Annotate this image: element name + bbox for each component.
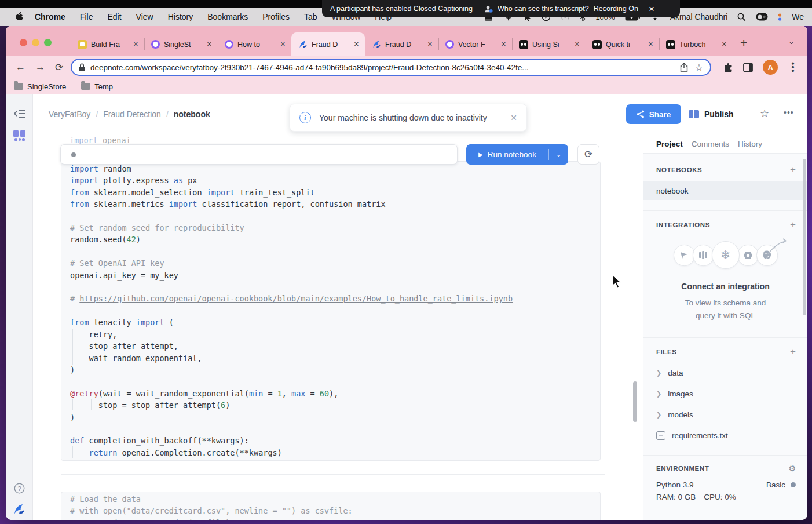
browser-menu-icon[interactable]: ••• [788,62,798,73]
environment-settings-icon[interactable]: ⚙ [788,464,796,473]
bookmark-item[interactable]: SingleStore [14,82,66,91]
add-integration-button[interactable]: + [790,219,796,231]
folder-row[interactable]: ❯data [643,362,807,383]
code-line: wait_random_exponential, [70,352,600,364]
spotlight-icon[interactable] [737,13,746,21]
file-row[interactable]: requirements.txt [643,425,807,446]
panel-tab-project[interactable]: Project [656,140,683,148]
environment-stats: RAM: 0 GB CPU: 0% [643,493,807,508]
browser-tab[interactable]: Fraud D✕ [365,32,438,56]
share-page-icon[interactable] [680,63,688,72]
add-file-button[interactable]: + [790,346,796,358]
new-tab-button[interactable]: + [740,36,747,50]
browser-tab[interactable]: Turboch✕ [659,32,733,56]
side-panel-icon[interactable] [743,63,753,72]
menu-item-chrome[interactable]: Chrome [35,12,65,21]
tab-close-icon[interactable]: ✕ [353,41,360,48]
menu-item-edit[interactable]: Edit [107,12,121,21]
minimize-window-button[interactable] [32,39,39,46]
tab-close-icon[interactable]: ✕ [132,41,140,48]
code-cell[interactable]: # Load the data# with open("data/creditc… [61,492,601,520]
notebook-list-item[interactable]: notebook [643,181,807,200]
project-panel: ProjectCommentsHistory NOTEBOOKS + noteb… [643,134,807,520]
publish-button[interactable]: Publish [689,104,734,124]
deepnote-blocks-icon[interactable] [6,129,33,142]
tab-close-icon[interactable]: ✕ [500,41,507,48]
captions-close-icon[interactable]: ✕ [649,5,654,13]
menu-item-view[interactable]: View [136,12,153,21]
code-line: retry, [70,329,600,340]
browser-tab[interactable]: How to✕ [218,32,291,56]
bookmark-star-icon[interactable]: ☆ [695,62,703,73]
menu-item-tab[interactable]: Tab [304,12,317,21]
user-dots-icon[interactable] [778,13,782,21]
favorite-star-icon[interactable]: ☆ [760,107,769,120]
tab-close-icon[interactable]: ✕ [573,41,581,48]
toast-close-icon[interactable]: ✕ [510,113,517,122]
environment-runtime-row[interactable]: Python 3.9 Basic [643,476,807,493]
run-notebook-button[interactable]: ▶ Run notebook ⌄ [466,144,568,165]
captions-message: A participant has enabled Closed Caption… [330,5,473,13]
forward-button[interactable]: → [35,61,45,73]
menu-item-history[interactable]: History [168,12,193,21]
control-center-icon[interactable] [756,13,768,21]
folder-row[interactable]: ❯images [643,383,807,404]
publish-label: Publish [704,110,734,119]
tab-close-icon[interactable]: ✕ [720,41,728,48]
panel-tab-comments[interactable]: Comments [692,140,729,148]
help-icon[interactable]: ? [6,483,33,494]
zoom-window-button[interactable] [44,39,52,46]
tab-close-icon[interactable]: ✕ [279,41,287,48]
panel-tab-history[interactable]: History [738,140,762,148]
indent-guide [72,399,73,410]
browser-tab[interactable]: Vector F✕ [438,32,512,56]
tab-close-icon[interactable]: ✕ [426,41,434,48]
tab-search-chevron-icon[interactable]: ⌄ [788,37,795,46]
chevron-right-icon: ❯ [656,411,661,419]
collapse-sidebar-icon[interactable] [6,109,33,118]
browser-tab[interactable]: Using Si✕ [512,32,586,56]
tab-close-icon[interactable]: ✕ [206,41,213,48]
menu-item-bookmarks[interactable]: Bookmarks [207,12,248,21]
folder-row[interactable]: ❯models [643,404,807,425]
run-options-chevron-icon[interactable]: ⌄ [549,151,568,158]
panel-scrollbar-thumb[interactable] [803,159,806,315]
block-prompt-input[interactable] [60,144,458,165]
text-file-icon [656,431,665,440]
restart-machine-button[interactable]: ⟳ [577,144,599,165]
browser-tab[interactable]: Quick ti✕ [586,32,659,56]
deepnote-logo-icon[interactable] [6,503,33,515]
breadcrumb-workspace[interactable]: VeryFatBoy [49,110,90,119]
project-more-icon[interactable]: ••• [784,108,794,117]
bookmark-item[interactable]: Temp [81,82,113,91]
cpu-stat: CPU: 0% [704,493,736,508]
connect-integration-cta[interactable]: Connect an integration [643,282,807,291]
singlestore-favicon [445,40,454,49]
notebooks-section-header: NOTEBOOKS + [643,162,807,178]
breadcrumb-notebook[interactable]: notebook [174,110,210,119]
url-bar[interactable]: deepnote.com/workspace/veryfatboy-2f930b… [71,59,711,76]
apple-icon[interactable] [15,12,23,21]
share-button[interactable]: Share [626,104,681,124]
browser-tab[interactable]: SingleSt✕ [144,32,218,56]
notebook-canvas[interactable]: import openai import randomimport plotly… [33,134,643,520]
extensions-icon[interactable] [723,63,733,72]
menu-item-file[interactable]: File [80,12,93,21]
code-cell[interactable]: import randomimport plotly.express as px… [61,161,601,461]
back-button[interactable]: ← [16,61,25,73]
add-notebook-button[interactable]: + [790,164,796,176]
profile-avatar[interactable]: A [763,60,778,75]
tab-close-icon[interactable]: ✕ [647,41,654,48]
close-window-button[interactable] [20,39,27,46]
browser-tab[interactable]: Build Fra✕ [71,32,144,56]
browser-tab[interactable]: Fraud D✕ [291,32,365,56]
code-line: openai.api_key = my_key [70,270,600,281]
transcript-question[interactable]: Who can see this transcript? [498,5,589,13]
tab-label: Fraud D [312,41,349,49]
menu-item-profiles[interactable]: Profiles [262,12,290,21]
notebook-scrollbar-thumb[interactable] [633,381,637,422]
reload-button[interactable]: ⟳ [55,61,63,74]
breadcrumb-project[interactable]: Fraud Detection [103,110,161,119]
code-line: # Set OpenAI API key [70,257,600,269]
snowflake-icon: ❄ [712,241,740,269]
